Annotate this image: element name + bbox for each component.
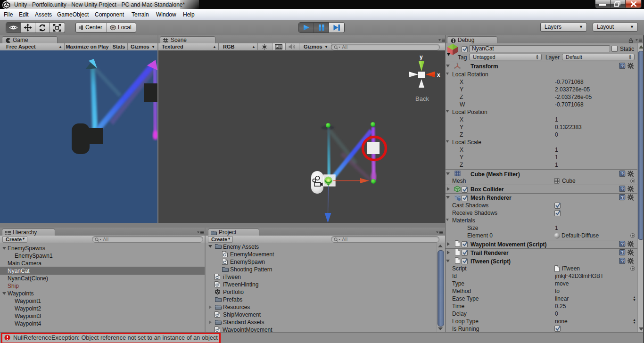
- svg-text:y: y: [420, 54, 423, 60]
- svg-text:?: ?: [621, 64, 624, 68]
- svg-text:x: x: [437, 72, 440, 78]
- svg-text:Back: Back: [415, 95, 429, 102]
